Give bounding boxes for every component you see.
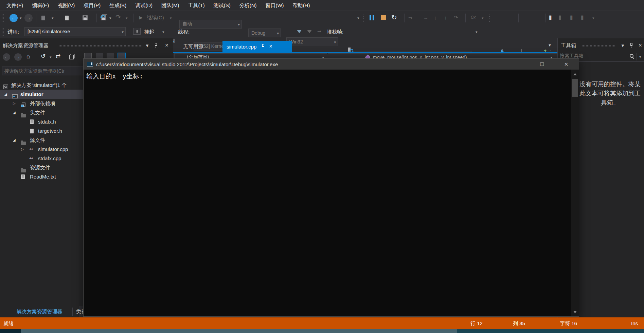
stop-debugging-button[interactable] — [381, 15, 386, 20]
suspend-dropdown-icon[interactable]: ▾ — [162, 30, 164, 34]
filter-dropdown-icon[interactable]: ▾ — [50, 55, 52, 59]
bookmark-icon[interactable]: ▮ — [549, 14, 552, 20]
scroll-up-icon[interactable] — [571, 70, 579, 78]
navigate-forward-button[interactable]: → — [24, 14, 33, 22]
console-window[interactable]: c:\users\m\documents\visual studio 2012\… — [83, 58, 579, 317]
close-icon[interactable]: × — [165, 42, 168, 49]
menu-build[interactable]: 生成(B) — [105, 0, 131, 11]
clear-bookmarks-icon[interactable]: ▮ — [581, 14, 584, 20]
pin-icon[interactable] — [154, 43, 158, 48]
console-maximize-button[interactable]: □ — [534, 59, 550, 70]
expander-collapsed-icon[interactable]: ▷ — [13, 99, 16, 108]
collapse-all-icon[interactable] — [69, 55, 74, 59]
open-file-icon[interactable] — [65, 16, 69, 20]
show-next-statement-icon[interactable]: ⇒ — [408, 15, 413, 21]
continue-play-icon[interactable]: ▶ — [139, 15, 143, 20]
step-into-icon[interactable]: ↓ — [434, 15, 437, 20]
menu-window[interactable]: 窗口(W) — [261, 0, 288, 11]
menu-project[interactable]: 项目(P) — [79, 0, 105, 11]
se-forward-button[interactable]: → — [14, 53, 22, 61]
step-out-icon[interactable]: ↑ — [444, 15, 447, 20]
menu-analyze[interactable]: 分析(N) — [235, 0, 261, 11]
console-vertical-scrollbar[interactable] — [571, 70, 579, 316]
console-minimize-button[interactable]: — — [512, 59, 528, 70]
search-icon[interactable] — [630, 54, 634, 59]
menu-debug[interactable]: 调试(D) — [131, 0, 157, 11]
expander-expanded-icon[interactable]: ◢ — [4, 90, 7, 99]
prev-bookmark-icon[interactable]: ▮ — [558, 14, 561, 20]
process-value: [5256] simulator.exe — [28, 29, 70, 34]
tab-no-source-available[interactable]: 无可用源 — [174, 41, 212, 52]
redo-dropdown-icon[interactable]: ▾ — [126, 16, 128, 20]
solution-explorer-header: 解决方案资源管理器 ▼ × — [0, 41, 173, 51]
close-icon[interactable]: × — [639, 42, 642, 49]
window-position-icon[interactable]: ▼ — [621, 43, 625, 48]
scrollbar-thumb[interactable] — [572, 79, 578, 97]
expander-expanded-icon[interactable]: ◢ — [13, 135, 16, 145]
thread-label: 线程: — [178, 25, 190, 38]
bottom-horizontal-scrollbar[interactable] — [0, 329, 644, 333]
process-combo[interactable]: [5256] simulator.exe ▾ — [24, 27, 126, 36]
save-icon[interactable] — [83, 15, 88, 20]
hex-dropdown-icon[interactable]: ▾ — [482, 16, 484, 20]
panel-drag-area[interactable] — [582, 45, 616, 48]
scrollbar-thumb[interactable] — [21, 329, 457, 333]
restart-icon[interactable]: ↻ — [391, 13, 397, 21]
scroll-down-icon[interactable] — [571, 308, 579, 316]
filter-threads-icon[interactable] — [297, 30, 302, 33]
undo-icon[interactable]: ↶ — [100, 13, 105, 21]
pin-tab-icon[interactable] — [261, 44, 265, 49]
new-item-dropdown-icon[interactable]: ▾ — [52, 16, 54, 20]
flagged-threads-icon[interactable] — [307, 30, 312, 33]
pause-button[interactable] — [370, 15, 374, 20]
menu-tools[interactable]: 工具(T) — [183, 0, 209, 11]
step-next-icon[interactable]: → — [423, 15, 428, 20]
tab-simulator-cpp[interactable]: simulator.cpp × — [222, 41, 292, 52]
search-options-dropdown-icon[interactable]: ▾ — [639, 55, 641, 59]
console-output-area[interactable]: 输入目的x y坐标: — [84, 70, 571, 316]
continue-button-label[interactable]: 继续(C) — [147, 15, 164, 21]
close-tab-icon[interactable]: × — [269, 43, 272, 50]
se-back-button[interactable]: ← — [3, 53, 10, 61]
back-dropdown-icon[interactable]: ▾ — [20, 16, 22, 20]
console-title-bar[interactable]: c:\users\m\documents\visual studio 2012\… — [84, 59, 579, 70]
toolbar-overflow-ic on[interactable]: ▾ — [476, 30, 478, 34]
panel-drag-area[interactable] — [58, 45, 142, 48]
menu-file[interactable]: 文件(F) — [2, 0, 28, 11]
document-well-dropdown-icon[interactable]: ▼ — [548, 43, 552, 47]
undo-dropdown-icon[interactable]: ▾ — [109, 16, 111, 20]
suspend-button-label[interactable]: 挂起 — [144, 25, 154, 38]
pending-changes-filter-icon[interactable]: ↺ — [41, 53, 46, 60]
find-dropdown-icon[interactable]: ▾ — [357, 16, 359, 20]
console-close-button[interactable]: × — [558, 59, 574, 70]
continue-dropdown-icon[interactable]: ▾ — [170, 16, 172, 20]
new-item-icon[interactable] — [41, 16, 45, 20]
menu-team[interactable]: 团队(M) — [157, 0, 184, 11]
window-position-icon[interactable]: ▼ — [145, 43, 149, 48]
menu-help[interactable]: 帮助(H) — [288, 0, 315, 11]
toolbar-overflow-icon[interactable]: ▾ — [592, 16, 594, 20]
tab-solution-explorer[interactable]: 解决方案资源管理器 — [0, 306, 79, 317]
navigate-back-button[interactable]: ← — [10, 14, 18, 22]
toolbox-search-input[interactable] — [559, 53, 625, 59]
pin-icon[interactable] — [629, 43, 633, 48]
step-over-icon[interactable]: ↷ — [454, 15, 458, 21]
toggle-flagged-icon[interactable]: ⇝ — [317, 29, 321, 34]
menu-edit[interactable]: 编辑(E) — [28, 0, 53, 11]
hex-display-icon[interactable]: 0x — [471, 15, 476, 20]
menu-test[interactable]: 测试(S) — [209, 0, 235, 11]
toolbar-grip[interactable] — [1, 28, 4, 36]
menu-view[interactable]: 视图(V) — [53, 0, 79, 11]
toolbox-message-line: 此文本可将其添加到工 — [577, 89, 643, 98]
status-character: 字符 16 — [560, 317, 577, 329]
suspend-icon[interactable] — [133, 28, 141, 35]
toolbar-grip[interactable] — [1, 14, 4, 22]
next-bookmark-icon[interactable]: ▮ — [570, 14, 573, 20]
expander-collapsed-icon[interactable]: ▷ — [21, 145, 24, 154]
panel-title: 解决方案资源管理器 — [3, 42, 49, 49]
stack-frame-label: 堆栈帧: — [327, 25, 343, 38]
expander-expanded-icon[interactable]: ◢ — [13, 108, 16, 117]
home-icon[interactable]: ⌂ — [26, 53, 30, 60]
redo-icon[interactable]: ↷ — [115, 13, 121, 21]
sync-with-active-document-icon[interactable]: ⇄ — [56, 53, 60, 60]
